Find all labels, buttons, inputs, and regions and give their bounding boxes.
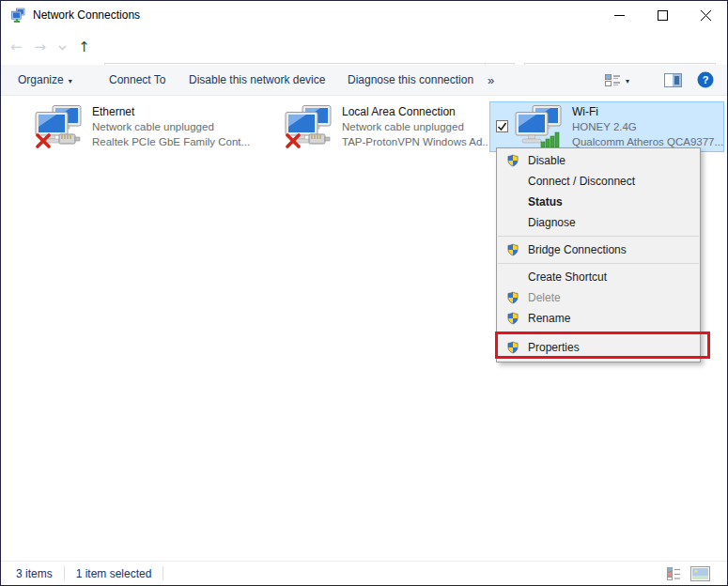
toolbar-overflow-icon: » — [488, 73, 494, 87]
ethernet-unplugged-icon — [34, 105, 83, 148]
connection-name: Local Area Connection — [342, 104, 488, 119]
menu-item-label: Bridge Connections — [528, 243, 627, 256]
svg-text:?: ? — [703, 74, 709, 85]
diagnose-connection-label: Diagnose this connection — [348, 73, 473, 86]
minimize-icon — [614, 10, 625, 21]
menu-separator — [498, 236, 699, 237]
title-bar: Network Connections — [1, 1, 727, 29]
network-connections-window: Network Connections ← → ↑ — [0, 0, 728, 586]
large-icons-view-icon[interactable] — [690, 566, 710, 581]
history-dropdown-icon[interactable] — [58, 45, 67, 51]
menu-item-bridge-connections[interactable]: Bridge Connections — [497, 239, 700, 260]
wifi-selected-checkbox[interactable] — [496, 120, 508, 132]
toolbar-overflow-button[interactable]: » — [488, 65, 494, 95]
uac-shield-icon — [506, 291, 519, 304]
wifi-context-menu: Disable Connect / Disconnect Status Diag… — [496, 147, 701, 362]
menu-item-label: Disable — [528, 154, 565, 167]
connection-info: Ethernet Network cable unplugged Realtek… — [92, 104, 250, 149]
menu-item-label: Delete — [528, 291, 561, 304]
items-count: 3 items — [16, 567, 53, 580]
menu-item-label: Status — [528, 195, 563, 208]
menu-item-properties[interactable]: Properties — [497, 335, 700, 360]
menu-item-diagnose[interactable]: Diagnose — [497, 212, 700, 233]
forward-icon[interactable]: → — [35, 40, 47, 54]
connection-tile-local-area[interactable]: Local Area Connection Network cable unpl… — [279, 102, 488, 151]
menu-item-create-shortcut[interactable]: Create Shortcut — [497, 267, 700, 287]
help-button[interactable]: ? — [697, 65, 714, 95]
close-icon — [701, 10, 711, 21]
window-controls — [597, 1, 727, 29]
uac-shield-icon — [506, 154, 519, 167]
selection-count: 1 item selected — [76, 567, 152, 580]
close-button[interactable] — [684, 1, 727, 29]
disable-device-label: Disable this network device — [189, 73, 325, 86]
command-toolbar: Organize ▾ Connect To Disable this netwo… — [1, 65, 727, 96]
views-button[interactable]: ▾ — [605, 65, 629, 95]
back-icon[interactable]: ← — [10, 40, 23, 54]
connection-status: HONEY 2.4G — [572, 119, 723, 134]
navigation-bar: ← → ↑ « › Network and Internet › Network… — [1, 29, 727, 65]
details-view-icon[interactable] — [667, 567, 681, 580]
organize-label: Organize — [18, 73, 64, 86]
network-connections-icon — [9, 8, 25, 23]
menu-item-label: Diagnose — [528, 216, 576, 229]
organize-dropdown-icon: ▾ — [69, 77, 72, 85]
status-bar: 3 items 1 item selected — [1, 561, 727, 585]
help-icon: ? — [697, 71, 714, 88]
connect-to-button[interactable]: Connect To — [109, 65, 166, 95]
uac-shield-icon — [506, 243, 519, 256]
menu-item-label: Rename — [528, 312, 570, 325]
uac-shield-icon — [506, 341, 519, 354]
preview-pane-icon — [664, 73, 682, 87]
statusbar-divider — [64, 566, 65, 580]
preview-pane-button[interactable] — [664, 65, 682, 95]
lan-unplugged-icon — [284, 105, 333, 148]
connection-info: Local Area Connection Network cable unpl… — [342, 104, 488, 149]
menu-item-disable[interactable]: Disable — [497, 150, 700, 171]
maximize-icon — [658, 10, 668, 21]
menu-item-label: Connect / Disconnect — [528, 175, 635, 188]
organize-button[interactable]: Organize ▾ — [18, 65, 72, 95]
statusbar-divider — [163, 566, 163, 580]
diagnose-connection-button[interactable]: Diagnose this connection — [348, 65, 473, 95]
connection-name: Wi-Fi — [572, 104, 723, 119]
nav-history-controls: ← → ↑ — [10, 29, 96, 65]
checkmark-icon — [497, 121, 507, 131]
menu-item-label: Properties — [528, 341, 580, 354]
connection-info: Wi-Fi HONEY 2.4G Qualcomm Atheros QCA937… — [572, 104, 723, 149]
connection-status: Network cable unplugged — [342, 119, 488, 134]
minimize-button[interactable] — [597, 1, 641, 29]
statusbar-view-toggles — [667, 562, 710, 586]
connect-to-label: Connect To — [109, 73, 166, 86]
connection-device: TAP-ProtonVPN Windows Ad... — [342, 134, 488, 149]
views-icon — [605, 73, 621, 87]
menu-item-rename[interactable]: Rename — [497, 308, 700, 329]
connection-status: Network cable unplugged — [92, 119, 250, 134]
menu-item-connect-disconnect[interactable]: Connect / Disconnect — [497, 171, 700, 192]
maximize-button[interactable] — [641, 1, 684, 29]
window-title: Network Connections — [33, 8, 140, 22]
connection-name: Ethernet — [92, 104, 250, 119]
views-dropdown-icon: ▾ — [626, 77, 629, 85]
connection-tile-ethernet[interactable]: Ethernet Network cable unplugged Realtek… — [27, 102, 273, 151]
menu-item-status[interactable]: Status — [497, 192, 700, 212]
connection-device: Realtek PCIe GbE Family Cont... — [92, 134, 250, 149]
disable-device-button[interactable]: Disable this network device — [189, 65, 325, 95]
menu-item-label: Create Shortcut — [528, 270, 607, 284]
up-icon[interactable]: ↑ — [78, 40, 90, 54]
wifi-adapter-icon — [514, 105, 563, 148]
uac-shield-icon — [506, 312, 519, 325]
menu-separator — [498, 263, 699, 264]
menu-item-delete: Delete — [497, 287, 700, 308]
menu-separator — [498, 332, 699, 332]
connection-tile-wifi[interactable]: Wi-Fi HONEY 2.4G Qualcomm Atheros QCA937… — [489, 101, 724, 152]
